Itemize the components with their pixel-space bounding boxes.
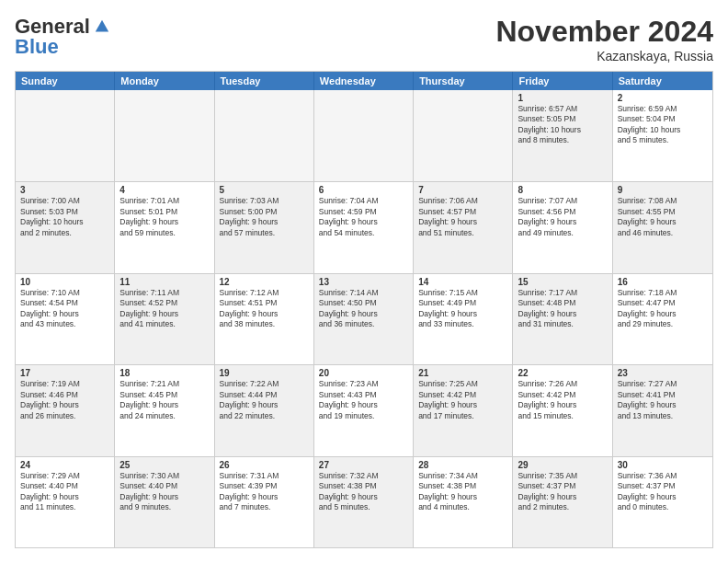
cell-info: Sunrise: 7:23 AM Sunset: 4:43 PM Dayligh… — [319, 379, 408, 421]
calendar-cell — [215, 90, 314, 181]
day-number: 30 — [618, 460, 708, 470]
calendar-row: 10Sunrise: 7:10 AM Sunset: 4:54 PM Dayli… — [16, 273, 712, 364]
cell-info: Sunrise: 7:30 AM Sunset: 4:40 PM Dayligh… — [119, 471, 209, 513]
calendar-cell: 21Sunrise: 7:25 AM Sunset: 4:42 PM Dayli… — [414, 365, 513, 455]
day-number: 10 — [20, 277, 109, 287]
calendar-cell: 3Sunrise: 7:00 AM Sunset: 5:03 PM Daylig… — [16, 182, 115, 272]
cell-info: Sunrise: 7:06 AM Sunset: 4:57 PM Dayligh… — [418, 196, 507, 238]
day-number: 14 — [418, 277, 507, 287]
day-number: 13 — [319, 277, 408, 287]
day-number: 4 — [119, 185, 209, 195]
logo-icon — [94, 18, 110, 35]
day-number: 5 — [220, 185, 309, 195]
logo-blue: Blue — [15, 35, 59, 59]
title-block: November 2024 Kazanskaya, Russia — [495, 15, 713, 63]
day-number: 16 — [618, 277, 708, 287]
month-title: November 2024 — [495, 15, 713, 49]
cell-info: Sunrise: 6:57 AM Sunset: 5:05 PM Dayligh… — [518, 104, 607, 146]
cell-info: Sunrise: 7:27 AM Sunset: 4:41 PM Dayligh… — [618, 379, 708, 421]
calendar-cell: 30Sunrise: 7:36 AM Sunset: 4:37 PM Dayli… — [613, 457, 712, 547]
cell-info: Sunrise: 7:36 AM Sunset: 4:37 PM Dayligh… — [618, 471, 708, 513]
calendar-cell: 24Sunrise: 7:29 AM Sunset: 4:40 PM Dayli… — [16, 457, 115, 547]
day-number: 1 — [518, 93, 607, 103]
header-cell-tuesday: Tuesday — [215, 72, 314, 90]
calendar-cell: 8Sunrise: 7:07 AM Sunset: 4:56 PM Daylig… — [513, 182, 612, 272]
calendar-cell: 19Sunrise: 7:22 AM Sunset: 4:44 PM Dayli… — [215, 365, 314, 455]
cell-info: Sunrise: 7:17 AM Sunset: 4:48 PM Dayligh… — [518, 288, 607, 330]
header-cell-saturday: Saturday — [613, 72, 712, 90]
calendar-cell: 2Sunrise: 6:59 AM Sunset: 5:04 PM Daylig… — [613, 90, 712, 181]
cell-info: Sunrise: 7:07 AM Sunset: 4:56 PM Dayligh… — [518, 196, 607, 238]
cell-info: Sunrise: 7:14 AM Sunset: 4:50 PM Dayligh… — [319, 288, 408, 330]
calendar-row: 17Sunrise: 7:19 AM Sunset: 4:46 PM Dayli… — [16, 364, 712, 455]
day-number: 20 — [319, 368, 408, 378]
calendar-cell: 4Sunrise: 7:01 AM Sunset: 5:01 PM Daylig… — [115, 182, 214, 272]
header: General Blue November 2024 Kazanskaya, R… — [15, 15, 713, 63]
page: General Blue November 2024 Kazanskaya, R… — [0, 0, 728, 563]
day-number: 26 — [220, 460, 309, 470]
cell-info: Sunrise: 6:59 AM Sunset: 5:04 PM Dayligh… — [618, 104, 708, 146]
calendar-row: 3Sunrise: 7:00 AM Sunset: 5:03 PM Daylig… — [16, 181, 712, 272]
calendar-cell — [115, 90, 214, 181]
cell-info: Sunrise: 7:31 AM Sunset: 4:39 PM Dayligh… — [220, 471, 309, 513]
day-number: 17 — [20, 368, 109, 378]
day-number: 19 — [220, 368, 309, 378]
cell-info: Sunrise: 7:18 AM Sunset: 4:47 PM Dayligh… — [618, 288, 708, 330]
cell-info: Sunrise: 7:08 AM Sunset: 4:55 PM Dayligh… — [618, 196, 708, 238]
calendar-body: 1Sunrise: 6:57 AM Sunset: 5:05 PM Daylig… — [16, 90, 712, 547]
cell-info: Sunrise: 7:21 AM Sunset: 4:45 PM Dayligh… — [119, 379, 209, 421]
day-number: 18 — [119, 368, 209, 378]
calendar-cell: 14Sunrise: 7:15 AM Sunset: 4:49 PM Dayli… — [414, 274, 513, 364]
calendar-cell: 25Sunrise: 7:30 AM Sunset: 4:40 PM Dayli… — [115, 457, 214, 547]
cell-info: Sunrise: 7:25 AM Sunset: 4:42 PM Dayligh… — [418, 379, 507, 421]
svg-marker-0 — [96, 20, 108, 32]
calendar-cell: 11Sunrise: 7:11 AM Sunset: 4:52 PM Dayli… — [115, 274, 214, 364]
calendar-cell: 6Sunrise: 7:04 AM Sunset: 4:59 PM Daylig… — [314, 182, 414, 272]
calendar-cell: 15Sunrise: 7:17 AM Sunset: 4:48 PM Dayli… — [513, 274, 612, 364]
day-number: 24 — [20, 460, 109, 470]
cell-info: Sunrise: 7:03 AM Sunset: 5:00 PM Dayligh… — [220, 196, 309, 238]
calendar-cell: 17Sunrise: 7:19 AM Sunset: 4:46 PM Dayli… — [16, 365, 115, 455]
calendar-cell: 13Sunrise: 7:14 AM Sunset: 4:50 PM Dayli… — [314, 274, 414, 364]
location: Kazanskaya, Russia — [495, 49, 713, 63]
day-number: 21 — [418, 368, 507, 378]
calendar-cell: 12Sunrise: 7:12 AM Sunset: 4:51 PM Dayli… — [215, 274, 314, 364]
day-number: 8 — [518, 185, 607, 195]
calendar-cell: 5Sunrise: 7:03 AM Sunset: 5:00 PM Daylig… — [215, 182, 314, 272]
cell-info: Sunrise: 7:04 AM Sunset: 4:59 PM Dayligh… — [319, 196, 408, 238]
cell-info: Sunrise: 7:34 AM Sunset: 4:38 PM Dayligh… — [418, 471, 507, 513]
cell-info: Sunrise: 7:26 AM Sunset: 4:42 PM Dayligh… — [518, 379, 607, 421]
cell-info: Sunrise: 7:32 AM Sunset: 4:38 PM Dayligh… — [319, 471, 408, 513]
day-number: 15 — [518, 277, 607, 287]
cell-info: Sunrise: 7:22 AM Sunset: 4:44 PM Dayligh… — [220, 379, 309, 421]
day-number: 7 — [418, 185, 507, 195]
calendar-cell: 18Sunrise: 7:21 AM Sunset: 4:45 PM Dayli… — [115, 365, 214, 455]
cell-info: Sunrise: 7:19 AM Sunset: 4:46 PM Dayligh… — [20, 379, 109, 421]
calendar-cell — [414, 90, 513, 181]
day-number: 29 — [518, 460, 607, 470]
cell-info: Sunrise: 7:01 AM Sunset: 5:01 PM Dayligh… — [119, 196, 209, 238]
day-number: 22 — [518, 368, 607, 378]
calendar-cell: 27Sunrise: 7:32 AM Sunset: 4:38 PM Dayli… — [314, 457, 414, 547]
day-number: 2 — [618, 93, 708, 103]
header-cell-wednesday: Wednesday — [314, 72, 414, 90]
day-number: 23 — [618, 368, 708, 378]
calendar-cell: 1Sunrise: 6:57 AM Sunset: 5:05 PM Daylig… — [513, 90, 612, 181]
calendar: SundayMondayTuesdayWednesdayThursdayFrid… — [15, 71, 713, 548]
day-number: 25 — [119, 460, 209, 470]
calendar-cell: 7Sunrise: 7:06 AM Sunset: 4:57 PM Daylig… — [414, 182, 513, 272]
logo: General Blue — [15, 15, 110, 59]
header-cell-sunday: Sunday — [16, 72, 115, 90]
cell-info: Sunrise: 7:11 AM Sunset: 4:52 PM Dayligh… — [119, 288, 209, 330]
cell-info: Sunrise: 7:15 AM Sunset: 4:49 PM Dayligh… — [418, 288, 507, 330]
day-number: 27 — [319, 460, 408, 470]
day-number: 11 — [119, 277, 209, 287]
calendar-cell — [314, 90, 414, 181]
cell-info: Sunrise: 7:00 AM Sunset: 5:03 PM Dayligh… — [20, 196, 109, 238]
calendar-row: 1Sunrise: 6:57 AM Sunset: 5:05 PM Daylig… — [16, 90, 712, 181]
header-cell-friday: Friday — [513, 72, 612, 90]
cell-info: Sunrise: 7:35 AM Sunset: 4:37 PM Dayligh… — [518, 471, 607, 513]
header-cell-monday: Monday — [115, 72, 214, 90]
calendar-cell — [16, 90, 115, 181]
cell-info: Sunrise: 7:12 AM Sunset: 4:51 PM Dayligh… — [220, 288, 309, 330]
